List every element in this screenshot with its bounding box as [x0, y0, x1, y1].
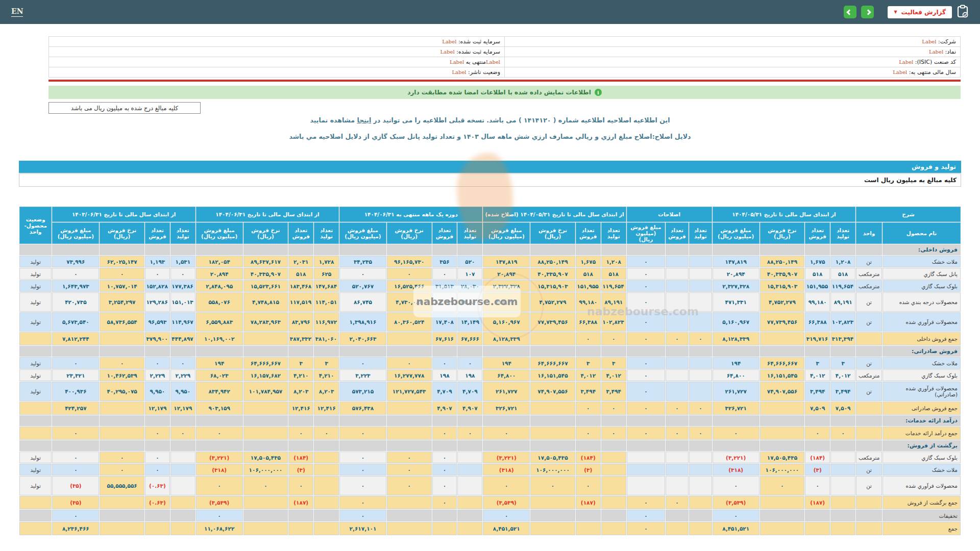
- value-cell: ۱۴۷,۸۱۹: [713, 256, 760, 267]
- value-cell: [100, 402, 144, 415]
- table-row: تخفیفات۰۰۰۰۰۰: [19, 510, 961, 521]
- value-cell: ۱۱۴,۹۶۷: [170, 312, 195, 332]
- value-cell: [760, 522, 805, 535]
- value-cell: [100, 522, 144, 535]
- value-cell: ۳۸۱,۰۶۰: [314, 332, 339, 345]
- column-header: دوره یک ماهه منتهی به ۱۴۰۴/۰۶/۳۱: [339, 207, 482, 222]
- value-cell: [387, 496, 432, 509]
- amendment-notice-text: این اطلاعیه اصلاحیه اطلاعیه شماره ( ۱۴۱۴…: [374, 116, 670, 124]
- value-cell: ۱۰۶,۰۰۰,۰۰۰: [530, 464, 575, 475]
- value-cell: ۱۵۲,۸۲۸: [145, 280, 170, 292]
- value-cell: ۱۸۳,۴۶۸: [288, 280, 313, 292]
- value-cell: [243, 415, 288, 426]
- value-cell: ۱۰۷: [457, 268, 482, 280]
- value-cell: ۰: [100, 268, 144, 280]
- value-cell: ۳۲۶,۷۲۱: [483, 402, 530, 415]
- value-cell: ۷۴,۹۰۷,۵۵۶: [530, 382, 575, 401]
- value-cell: ۰: [627, 268, 665, 280]
- signature-match-text: اطلاعات نمایش داده شده با اطلاعات امضا ش…: [407, 89, 591, 96]
- value-cell: [760, 332, 805, 345]
- value-cell: [760, 402, 805, 415]
- value-cell: ۱۰۲,۸۲۳: [601, 312, 626, 332]
- value-cell: [627, 244, 665, 255]
- value-cell: ۰: [52, 357, 99, 369]
- column-header: نرخ فروش (ریال): [243, 222, 288, 244]
- activity-report-icon[interactable]: [957, 5, 969, 20]
- value-cell: ۸۹,۱۹۱: [830, 292, 855, 312]
- value-cell: ۵,۱۶۰,۹۶۷: [713, 312, 760, 332]
- value-cell: [288, 440, 313, 451]
- value-cell: ۷,۵۰۹: [805, 402, 830, 415]
- table-row: محصولات فرآوري شده (صادراتي)تن۳,۴۹۴۳,۴۹۴…: [19, 382, 961, 401]
- info-cell-left: وضعیت ناشر: Label: [49, 67, 505, 78]
- status-cell: [19, 496, 52, 509]
- table-row: جمع درآمد ارائه خدمات۰۰۰۰۰۰۰۰۰۰۰۰۰۰۰۰۰۰: [19, 427, 961, 440]
- value-cell: [576, 522, 601, 535]
- value-cell: ۵۱۸: [288, 268, 313, 280]
- value-cell: [666, 280, 689, 292]
- value-cell: [196, 415, 243, 426]
- value-cell: ۰: [387, 476, 432, 495]
- value-cell: ۲۰,۸۹۴: [483, 268, 530, 280]
- value-cell: ۱۷۷,۳۸۶: [170, 280, 195, 292]
- value-cell: ۵۷۳,۲۱۵: [339, 382, 386, 401]
- value-cell: ۱۴۷,۸۱۹: [483, 256, 530, 267]
- column-header: نام محصول: [883, 222, 961, 244]
- value-cell: ۰: [713, 476, 760, 495]
- value-cell: [314, 510, 339, 521]
- value-cell: ۰: [52, 268, 99, 280]
- value-cell: ۰: [601, 427, 626, 440]
- value-cell: ۲۶۱,۷۲۷: [713, 382, 760, 401]
- value-cell: ۰: [432, 496, 457, 509]
- value-cell: [805, 440, 830, 451]
- value-cell: ۲۳,۳۲۱: [52, 369, 99, 381]
- prev-report-button[interactable]: [844, 6, 856, 18]
- value-cell: ۳۱۳,۳۹۴: [830, 332, 855, 345]
- column-header: مبلغ فروش (میلیون ریال): [339, 222, 386, 244]
- value-cell: [830, 440, 855, 451]
- next-report-button[interactable]: [861, 6, 874, 18]
- value-cell: ۴,۲۱۰: [314, 369, 339, 381]
- value-cell: ۴۰,۳۳۵,۹۰۷: [760, 268, 805, 280]
- value-cell: [19, 346, 52, 357]
- product-name-cell: تخفیفات: [883, 510, 961, 521]
- column-header: از ابتدای سال مالی تا تاریخ ۱۴۰۴/۰۵/۳۱: [713, 207, 855, 222]
- value-cell: ۸۸,۲۵۰,۱۴۹: [760, 256, 805, 267]
- value-cell: [483, 244, 530, 255]
- previous-version-link[interactable]: اینجا: [357, 116, 371, 124]
- status-cell: تولید: [19, 268, 52, 280]
- value-cell: ۱۹۸: [457, 369, 482, 381]
- chevron-left-icon: [847, 9, 852, 15]
- value-cell: ۱۵۱,۹۵۵: [805, 280, 830, 292]
- value-cell: ۱۱۹,۶۵۴: [601, 280, 626, 292]
- unit-cell: [856, 402, 882, 415]
- value-cell: ۴۰۰,۹۳۶: [52, 382, 99, 401]
- value-cell: [243, 332, 288, 345]
- column-header: نرخ فروش (ریال): [387, 222, 432, 244]
- report-type-button[interactable]: گزارش فعالیت ▼: [888, 6, 952, 18]
- value-cell: [530, 346, 575, 357]
- value-cell: [170, 496, 195, 509]
- value-cell: ۰: [760, 476, 805, 495]
- value-cell: [830, 464, 855, 475]
- info-cell-left: سرمایه ثبت نشده: Label: [49, 47, 505, 57]
- value-cell: ۷۴,۹۰۷,۵۵۶: [760, 382, 805, 401]
- value-cell: ۱۵,۳۱۵,۹۰۳: [760, 280, 805, 292]
- value-cell: ۱۷,۵۰۵,۴۳۵: [530, 452, 575, 463]
- value-cell: [689, 280, 712, 292]
- value-cell: [576, 510, 601, 521]
- value-cell: [387, 522, 432, 535]
- value-cell: ۳,۲۲۳: [339, 369, 386, 381]
- value-cell: ۶۷,۶۱۶: [432, 332, 457, 345]
- value-cell: ۰: [666, 496, 689, 509]
- value-cell: [689, 357, 712, 369]
- value-cell: [288, 510, 313, 521]
- value-cell: (۳,۲۲۱): [713, 452, 760, 463]
- value-cell: ۵۷۶,۴۳۸: [339, 402, 386, 415]
- value-cell: ۲,۶۱۷,۱۰۱: [339, 522, 386, 535]
- value-cell: ۴,۹۰۷: [432, 402, 457, 415]
- language-toggle[interactable]: EN: [11, 7, 23, 17]
- value-cell: ۰: [145, 268, 170, 280]
- value-cell: ۰: [100, 357, 144, 369]
- value-cell: ۰: [170, 427, 195, 440]
